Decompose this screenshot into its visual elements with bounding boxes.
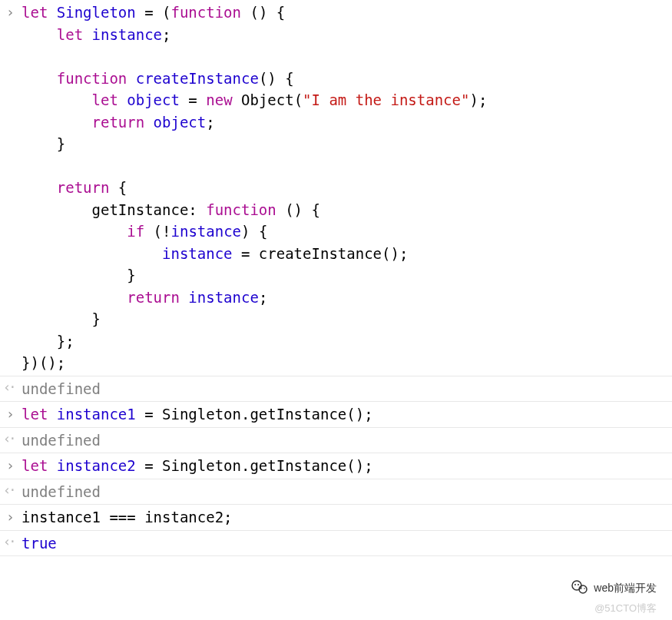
- code-content: undefined: [22, 432, 101, 449]
- console-input-line: instance1 === instance2;: [0, 505, 672, 531]
- code-content: undefined: [22, 380, 101, 397]
- code-content: let instance2 = Singleton.getInstance();: [22, 457, 373, 474]
- console-input-line: let instance1 = Singleton.getInstance();: [0, 402, 672, 428]
- console-input-line: let instance2 = Singleton.getInstance();: [0, 453, 672, 479]
- code-content: true: [22, 535, 57, 552]
- console-input-line: let Singleton = (function () { let insta…: [0, 0, 672, 376]
- devtools-console: let Singleton = (function () { let insta…: [0, 0, 672, 556]
- console-output-line: undefined: [0, 428, 672, 454]
- console-output-line: true: [0, 531, 672, 557]
- code-content: undefined: [22, 483, 101, 500]
- code-content: let instance1 = Singleton.getInstance();: [22, 406, 373, 423]
- console-output-line: undefined: [0, 479, 672, 506]
- console-output-line: undefined: [0, 376, 672, 403]
- code-content: instance1 === instance2;: [22, 509, 233, 526]
- code-content: let Singleton = (function () { let insta…: [22, 4, 487, 371]
